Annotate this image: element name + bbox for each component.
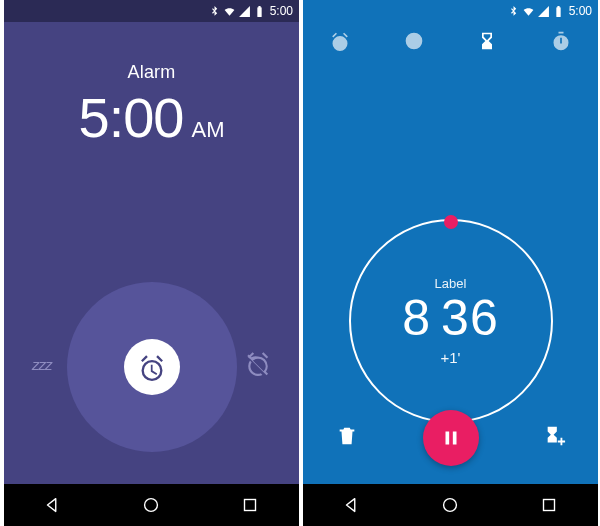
alarm-ampm: AM [192,117,225,143]
signal-icon [238,5,251,18]
pause-icon [440,427,462,449]
nav-home[interactable] [140,494,162,516]
status-clock: 5:00 [569,4,592,18]
timer-actions [303,410,598,466]
nav-bar [4,484,299,526]
bluetooth-icon [507,5,520,18]
timer-progress-knob[interactable] [444,215,458,229]
pause-button[interactable] [423,410,479,466]
nav-back[interactable] [341,494,363,516]
add-timer-button[interactable] [544,425,566,451]
alarm-time-value: 5:00 [79,85,184,150]
hourglass-plus-icon [544,425,566,447]
alarm-clock-icon [138,353,166,381]
nav-recent[interactable] [239,494,261,516]
status-bar: 5:00 [303,0,598,22]
status-bar: 5:00 [4,0,299,22]
tab-alarm[interactable] [328,29,352,53]
alarm-screen: 5:00 Alarm 5:00 AM zzz [4,0,299,526]
timer-readout: 8 36 [402,289,498,347]
svg-point-0 [145,499,158,512]
tab-clock[interactable] [402,29,426,53]
wifi-icon [522,5,535,18]
timer-screen: 5:00 Label 8 36 +1' [303,0,598,526]
timer-plus-one[interactable]: +1' [441,349,461,366]
delete-timer-button[interactable] [336,425,358,451]
nav-home[interactable] [439,494,461,516]
stopwatch-icon [551,31,571,51]
svg-rect-1 [244,500,255,511]
tab-timer[interactable] [475,29,499,53]
battery-icon [253,5,266,18]
timer-seconds: 36 [441,289,499,347]
alarm-ring-area [4,282,299,452]
timer-dial[interactable]: Label 8 36 +1' [349,219,553,423]
timer-minutes: 8 [402,289,431,347]
tab-stopwatch[interactable] [549,29,573,53]
alarm-title: Alarm [4,62,299,83]
trash-icon [336,425,358,447]
alarm-content: Alarm 5:00 AM zzz [4,22,299,484]
alarm-time: 5:00 AM [4,85,299,150]
nav-bar [303,484,598,526]
timer-label[interactable]: Label [435,276,467,291]
timer-content: Label 8 36 +1' [303,60,598,484]
status-clock: 5:00 [270,4,293,18]
signal-icon [537,5,550,18]
tab-bar [303,22,598,60]
svg-point-2 [444,499,457,512]
wifi-icon [223,5,236,18]
hourglass-icon [477,31,497,51]
bluetooth-icon [208,5,221,18]
alarm-halo [67,282,237,452]
nav-recent[interactable] [538,494,560,516]
alarm-icon [330,31,350,51]
nav-back[interactable] [42,494,64,516]
clock-icon [404,31,424,51]
alarm-fab[interactable] [124,339,180,395]
battery-icon [552,5,565,18]
svg-rect-3 [543,500,554,511]
